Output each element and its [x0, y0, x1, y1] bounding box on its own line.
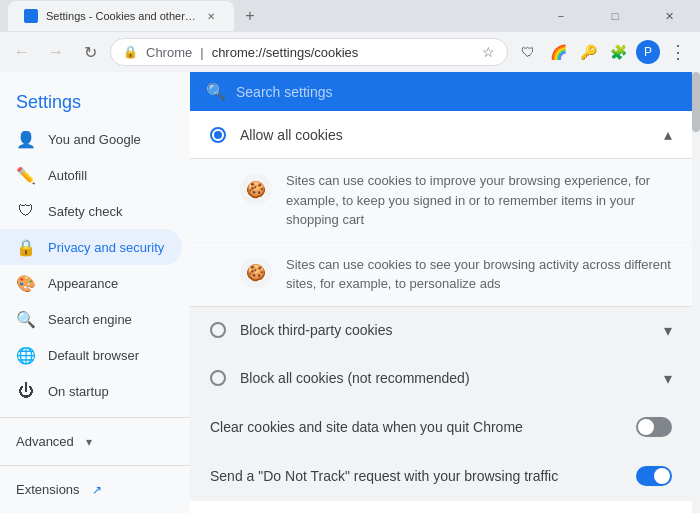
back-button[interactable]: ← [8, 38, 36, 66]
allow-all-label: Allow all cookies [240, 127, 664, 143]
address-bar[interactable]: 🔒 Chrome | chrome://settings/cookies ☆ [110, 38, 508, 66]
forward-button[interactable]: → [42, 38, 70, 66]
shield-icon: 🛡 [16, 201, 36, 221]
cookie-icon-2: 🍪 [240, 257, 272, 289]
tab-title: Settings - Cookies and other site... [46, 10, 196, 22]
refresh-button[interactable]: ↻ [76, 38, 104, 66]
sidebar-label-on-startup: On startup [48, 384, 166, 399]
sub-option-1: 🍪 Sites can use cookies to improve your … [190, 159, 692, 243]
extension-icon-2[interactable]: 🌈 [544, 38, 572, 66]
extension-icon-1[interactable]: 🛡 [514, 38, 542, 66]
content-area: 🔍 Allow all cookies ▴ 🍪 Sites can use co… [190, 72, 692, 513]
toolbar-icons: 🛡 🌈 🔑 🧩 P ⋮ [514, 38, 692, 66]
close-button[interactable]: ✕ [646, 0, 692, 32]
cookie-icon-1: 🍪 [240, 173, 272, 205]
sidebar-label-you-and-google: You and Google [48, 132, 166, 147]
sidebar-label-search-engine: Search engine [48, 312, 166, 327]
titlebar: Settings - Cookies and other site... ✕ +… [0, 0, 700, 32]
search-nav-icon: 🔍 [16, 309, 36, 329]
sidebar-item-default-browser[interactable]: 🌐 Default browser [0, 337, 182, 373]
sidebar-label-privacy-security: Privacy and security [48, 240, 166, 255]
clear-on-quit-row: Clear cookies and site data when you qui… [190, 403, 692, 452]
search-bar: 🔍 [190, 72, 692, 111]
person-icon: 👤 [16, 129, 36, 149]
search-icon: 🔍 [206, 82, 226, 101]
sidebar-divider-2 [0, 465, 190, 466]
sidebar-item-search-engine[interactable]: 🔍 Search engine [0, 301, 182, 337]
palette-icon: 🎨 [16, 273, 36, 293]
sidebar-item-you-and-google[interactable]: 👤 You and Google [0, 121, 182, 157]
content-wrapper: 🔍 Allow all cookies ▴ 🍪 Sites can use co… [190, 72, 700, 513]
sidebar-item-on-startup[interactable]: ⏻ On startup [0, 373, 182, 409]
sidebar-label-default-browser: Default browser [48, 348, 166, 363]
do-not-track-label: Send a "Do Not Track" request with your … [210, 468, 636, 484]
clear-on-quit-toggle[interactable] [636, 417, 672, 437]
power-icon: ⏻ [16, 381, 36, 401]
sidebar-label-autofill: Autofill [48, 168, 166, 183]
sidebar-label-advanced: Advanced [16, 434, 74, 449]
window-controls: − □ ✕ [538, 0, 692, 32]
block-all-cookies-row[interactable]: Block all cookies (not recommended) ▾ [190, 355, 692, 403]
sidebar-divider [0, 417, 190, 418]
extension-icon-3[interactable]: 🔑 [574, 38, 602, 66]
preload-row: Preload pages for faster browsing and se… [190, 501, 692, 514]
allow-all-cookies-header[interactable]: Allow all cookies ▴ [190, 111, 692, 159]
allow-all-cookies-section: Allow all cookies ▴ 🍪 Sites can use cook… [190, 111, 692, 307]
allow-all-radio[interactable] [210, 127, 226, 143]
collapse-chevron-icon[interactable]: ▴ [664, 125, 672, 144]
lock-icon: 🔒 [123, 45, 138, 59]
star-icon[interactable]: ☆ [482, 44, 495, 60]
menu-button[interactable]: ⋮ [664, 38, 692, 66]
chrome-label: Chrome [146, 45, 192, 60]
new-tab-button[interactable]: + [238, 4, 262, 28]
block-third-party-label: Block third-party cookies [240, 322, 664, 338]
minimize-button[interactable]: − [538, 0, 584, 32]
block-all-chevron-icon: ▾ [664, 369, 672, 388]
advanced-chevron-icon: ▾ [86, 435, 92, 449]
extensions-button[interactable]: 🧩 [604, 38, 632, 66]
block-third-party-row[interactable]: Block third-party cookies ▾ [190, 307, 692, 355]
active-tab[interactable]: Settings - Cookies and other site... ✕ [8, 1, 234, 31]
sidebar-item-extensions[interactable]: Extensions ↗ [0, 474, 190, 505]
sidebar-advanced-section[interactable]: Advanced ▾ [0, 426, 182, 457]
sidebar-label-extensions: Extensions [16, 482, 80, 497]
do-not-track-row: Send a "Do Not Track" request with your … [190, 452, 692, 501]
block-all-radio[interactable] [210, 370, 226, 386]
block-third-party-chevron-icon: ▾ [664, 321, 672, 340]
globe-icon: 🌐 [16, 345, 36, 365]
block-third-party-radio[interactable] [210, 322, 226, 338]
maximize-button[interactable]: □ [592, 0, 638, 32]
scrollbar[interactable] [692, 72, 700, 513]
sidebar-item-about-chrome[interactable]: About Chrome [0, 505, 190, 513]
sidebar-item-safety-check[interactable]: 🛡 Safety check [0, 193, 182, 229]
address-url[interactable]: chrome://settings/cookies [212, 45, 474, 60]
pen-icon: ✏️ [16, 165, 36, 185]
sub-option-2: 🍪 Sites can use cookies to see your brow… [190, 243, 692, 306]
sidebar: Settings 👤 You and Google ✏️ Autofill 🛡 … [0, 72, 190, 513]
sub-option-2-text: Sites can use cookies to see your browsi… [286, 255, 672, 294]
do-not-track-toggle[interactable] [636, 466, 672, 486]
sidebar-title: Settings [0, 80, 190, 121]
main-area: Settings 👤 You and Google ✏️ Autofill 🛡 … [0, 72, 700, 513]
address-separator: | [200, 45, 203, 60]
sidebar-item-privacy-security[interactable]: 🔒 Privacy and security [0, 229, 182, 265]
lock-nav-icon: 🔒 [16, 237, 36, 257]
sidebar-label-appearance: Appearance [48, 276, 166, 291]
clear-on-quit-label: Clear cookies and site data when you qui… [210, 419, 636, 435]
profile-avatar: P [636, 40, 660, 64]
profile-button[interactable]: P [634, 38, 662, 66]
tab-favicon [24, 9, 38, 23]
search-input[interactable] [236, 84, 676, 100]
sub-option-1-text: Sites can use cookies to improve your br… [286, 171, 672, 230]
external-link-icon: ↗ [92, 483, 102, 497]
scrollbar-thumb[interactable] [692, 72, 700, 132]
sidebar-label-safety-check: Safety check [48, 204, 166, 219]
tab-close-icon[interactable]: ✕ [204, 9, 218, 23]
block-all-label: Block all cookies (not recommended) [240, 370, 664, 386]
sidebar-item-appearance[interactable]: 🎨 Appearance [0, 265, 182, 301]
sidebar-item-autofill[interactable]: ✏️ Autofill [0, 157, 182, 193]
addressbar: ← → ↻ 🔒 Chrome | chrome://settings/cooki… [0, 32, 700, 72]
